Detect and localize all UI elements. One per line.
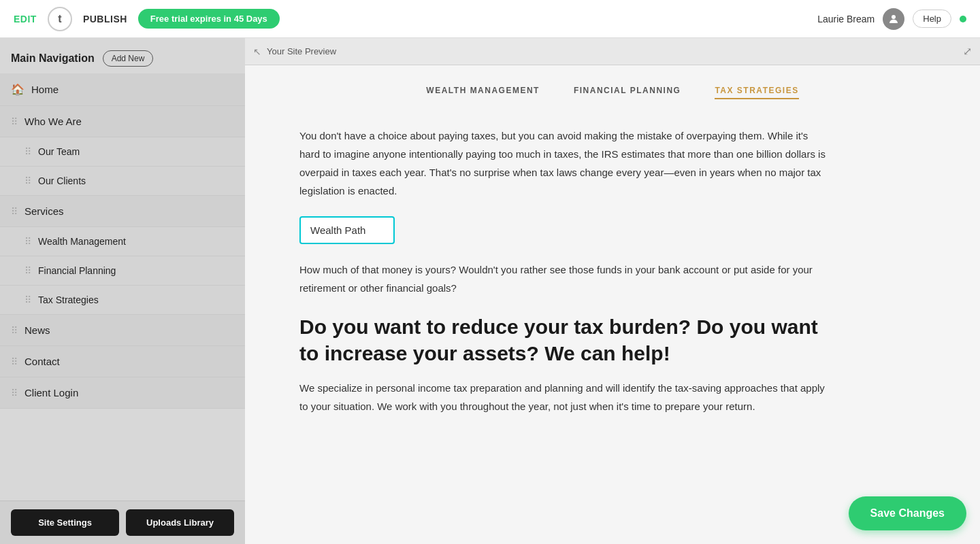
drag-handle[interactable]: ⠿ [11,325,18,336]
sidebar-item-label: News [24,324,50,336]
preview-toolbar: ↖ Your Site Preview ⤢ [245,38,980,65]
site-paragraph-3: We specialize in personal income tax pre… [299,379,830,415]
sidebar-item-label: Wealth Management [38,236,126,247]
nav-list: 🏠 Home ⠿ Who We Are ⠿ Our Team ⠿ Our Cli… [0,73,245,500]
uploads-library-button[interactable]: Uploads Library [126,509,234,536]
home-icon: 🏠 [11,83,24,96]
preview-label: Your Site Preview [267,46,336,56]
top-bar: EDIT t PUBLISH Free trial expires in 45 … [0,0,980,38]
sidebar-item-wealth-management[interactable]: ⠿ Wealth Management [0,227,245,256]
sidebar-item-label: Tax Strategies [38,294,99,305]
sidebar: Main Navigation Add New 🏠 Home ⠿ Who We … [0,38,245,544]
site-paragraph-2: How much of that money is yours? Wouldn'… [299,260,830,297]
sidebar-item-financial-planning[interactable]: ⠿ Financial Planning [0,256,245,286]
drag-handle[interactable]: ⠿ [11,356,18,367]
trial-badge: Free trial expires in 45 Days [138,9,280,29]
main-layout: Main Navigation Add New 🏠 Home ⠿ Who We … [0,38,980,544]
drag-handle[interactable]: ⠿ [11,206,18,217]
preview-arrows-icon: ↖ [253,46,261,57]
top-bar-right: Laurie Bream Help [817,8,966,30]
preview-area: ↖ Your Site Preview ⤢ WEALTH MANAGEMENT … [245,38,980,544]
sidebar-item-our-team[interactable]: ⠿ Our Team [0,137,245,167]
sidebar-item-who-we-are[interactable]: ⠿ Who We Are [0,106,245,137]
site-paragraph-1: You don't have a choice about paying tax… [299,126,830,200]
drag-handle[interactable]: ⠿ [24,265,31,276]
sidebar-item-label: Who We Are [24,116,82,127]
site-nav-financial-planning[interactable]: FINANCIAL PLANNING [574,86,681,99]
publish-label[interactable]: PUBLISH [83,14,127,24]
site-nav-wealth-management[interactable]: WEALTH MANAGEMENT [426,86,540,99]
sidebar-item-our-clients[interactable]: ⠿ Our Clients [0,167,245,196]
user-name: Laurie Bream [817,14,875,24]
drag-handle[interactable]: ⠿ [24,175,31,186]
sidebar-item-label: Client Login [24,387,78,398]
sidebar-footer: Site Settings Uploads Library [0,500,245,544]
sidebar-item-contact[interactable]: ⠿ Contact [0,346,245,377]
site-nav-tax-strategies[interactable]: TAX STRATEGIES [715,86,798,99]
drag-handle[interactable]: ⠿ [11,388,18,398]
help-button[interactable]: Help [913,10,951,28]
sidebar-item-label: Our Team [38,146,80,157]
site-settings-button[interactable]: Site Settings [11,509,119,536]
site-heading-large: Do you want to reduce your tax burden? D… [299,313,830,367]
logo-circle: t [48,7,72,31]
site-nav: WEALTH MANAGEMENT FINANCIAL PLANNING TAX… [245,65,980,113]
expand-icon[interactable]: ⤢ [963,45,972,58]
sidebar-item-client-login[interactable]: ⠿ Client Login [0,377,245,409]
drag-handle[interactable]: ⠿ [24,236,31,247]
edit-label[interactable]: EDIT [14,14,37,24]
sidebar-item-label: Contact [24,356,60,367]
drag-handle[interactable]: ⠿ [11,116,18,127]
preview-content: WEALTH MANAGEMENT FINANCIAL PLANNING TAX… [245,65,980,544]
add-new-button[interactable]: Add New [103,50,154,67]
save-changes-button[interactable]: Save Changes [849,496,966,530]
sidebar-item-home[interactable]: 🏠 Home [0,73,245,106]
site-body: You don't have a choice about paying tax… [245,113,980,443]
status-dot [960,16,966,22]
drag-handle[interactable]: ⠿ [24,146,31,157]
drag-handle[interactable]: ⠿ [24,294,31,305]
sidebar-item-tax-strategies[interactable]: ⠿ Tax Strategies [0,286,245,315]
sidebar-title: Main Navigation [11,52,95,65]
sidebar-item-services[interactable]: ⠿ Services [0,196,245,227]
sidebar-item-label: Services [24,205,64,217]
sidebar-item-news[interactable]: ⠿ News [0,315,245,346]
sidebar-header: Main Navigation Add New [0,38,245,73]
sidebar-item-label: Our Clients [38,175,86,186]
sidebar-item-label: Home [31,84,59,95]
svg-point-0 [892,15,896,19]
avatar[interactable] [883,8,904,30]
sidebar-item-label: Financial Planning [38,265,116,276]
editable-field[interactable]: Wealth Path [299,216,395,244]
